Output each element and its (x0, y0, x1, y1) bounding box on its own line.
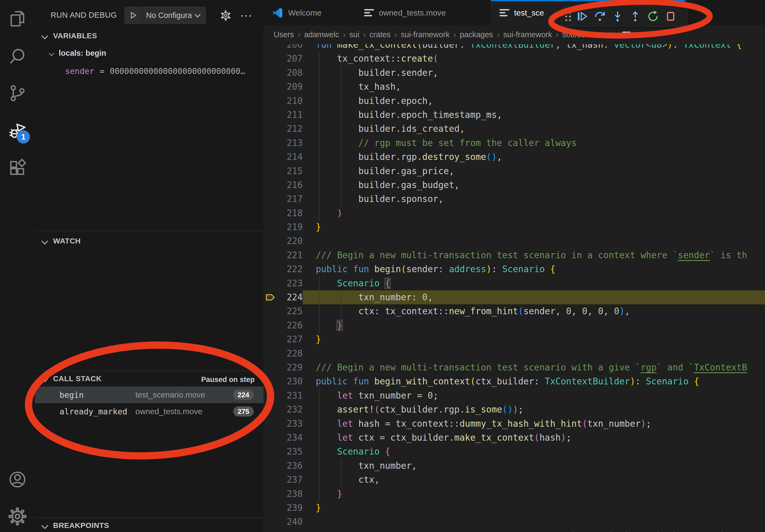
breadcrumb-item[interactable]: packages (460, 30, 493, 39)
line-number[interactable]: 229 (277, 361, 303, 375)
gutter-marker[interactable] (264, 529, 277, 532)
code-line[interactable]: 231 let txn_number = 0; (264, 389, 765, 402)
gutter-marker[interactable] (264, 431, 277, 445)
line-number[interactable]: 207 (277, 52, 303, 66)
gutter-marker[interactable] (264, 487, 277, 501)
watch-section-header[interactable]: WATCH (42, 237, 81, 245)
start-debugging-icon[interactable] (125, 7, 142, 24)
breadcrumb-item[interactable]: Users (274, 30, 294, 39)
line-number[interactable]: 226 (277, 319, 303, 333)
code-line[interactable]: 228 (264, 347, 765, 361)
line-number[interactable]: 222 (277, 262, 303, 276)
line-number[interactable]: 238 (277, 487, 303, 501)
gutter-marker[interactable] (264, 473, 277, 487)
code-line[interactable]: 240 (264, 515, 765, 529)
breadcrumb-item[interactable]: sui (349, 30, 359, 39)
line-number[interactable]: 220 (277, 234, 303, 248)
code-line[interactable]: 236 txn_number, (264, 459, 765, 473)
code-line[interactable]: 209 tx_hash, (264, 80, 765, 94)
continue-button[interactable] (575, 9, 590, 24)
call-stack-frame[interactable]: begin test_scenario.move 224 (35, 387, 264, 403)
code-line[interactable]: 215 builder.gas_price, (264, 164, 765, 178)
more-actions-icon[interactable]: ··· (241, 11, 253, 21)
code-line[interactable]: 213 // rgp must be set from the caller a… (264, 136, 765, 150)
line-number[interactable]: 231 (277, 389, 303, 402)
breadcrumb[interactable]: Users›adamwelc›sui›crates›sui-framework›… (264, 25, 765, 44)
line-number[interactable]: 236 (277, 459, 303, 473)
code-line[interactable]: 235 Scenario { (264, 445, 765, 459)
gutter-marker[interactable] (264, 304, 277, 318)
line-number[interactable]: 225 (277, 304, 303, 318)
gutter-marker[interactable] (264, 389, 277, 402)
gutter-marker[interactable] (264, 122, 277, 136)
gutter-marker[interactable] (264, 445, 277, 459)
line-number[interactable]: 233 (277, 417, 303, 431)
code-line[interactable]: 232 assert!(ctx_builder.rgp.is_some()); (264, 402, 765, 416)
explorer-icon[interactable] (8, 9, 27, 29)
code-line[interactable]: 207 tx_context::create( (264, 52, 765, 66)
line-number[interactable]: 210 (277, 94, 303, 108)
code-line[interactable]: 219} (264, 220, 765, 234)
gutter-marker[interactable] (264, 501, 277, 515)
account-icon[interactable] (8, 470, 27, 489)
gutter-marker[interactable] (264, 347, 277, 361)
line-number[interactable]: 206 (277, 44, 303, 52)
code-line[interactable]: 221/// Begin a new multi-transaction tes… (264, 248, 765, 262)
code-line[interactable]: 230public fun begin_with_context(ctx_bui… (264, 375, 765, 389)
line-number[interactable]: 218 (277, 206, 303, 220)
line-number[interactable]: 214 (277, 150, 303, 164)
line-number[interactable]: 212 (277, 122, 303, 136)
drag-handle-icon[interactable] (564, 10, 572, 23)
line-number[interactable]: 227 (277, 333, 303, 346)
gutter-marker[interactable] (264, 80, 277, 94)
breadcrumb-item[interactable]: sources (562, 30, 590, 39)
gutter-marker[interactable] (264, 515, 277, 529)
current-line-marker[interactable] (264, 290, 277, 304)
breadcrumb-item[interactable]: te (634, 30, 640, 39)
code-line[interactable]: 238 } (264, 487, 765, 501)
line-number[interactable]: 235 (277, 445, 303, 459)
variables-scope-row[interactable]: locals: begin (50, 49, 106, 58)
gutter-marker[interactable] (264, 192, 277, 206)
code-line[interactable]: 216 builder.gas_budget, (264, 178, 765, 192)
breadcrumb-item[interactable]: crates (370, 30, 390, 39)
variables-section-header[interactable]: VARIABLES (42, 32, 97, 40)
gutter-marker[interactable] (264, 276, 277, 290)
source-control-icon[interactable] (8, 83, 27, 103)
code-line[interactable]: 223 Scenario { (264, 276, 765, 290)
breadcrumb-item[interactable]: sui-framework (503, 30, 552, 39)
code-line[interactable]: 239} (264, 501, 765, 515)
line-number[interactable]: 232 (277, 402, 303, 416)
gutter-marker[interactable] (264, 333, 277, 346)
line-number[interactable]: 240 (277, 515, 303, 529)
code-line[interactable]: 211 builder.epoch_timestamp_ms, (264, 108, 765, 122)
gutter-marker[interactable] (264, 375, 277, 389)
line-number[interactable]: 224 (277, 290, 303, 304)
gutter-marker[interactable] (264, 108, 277, 122)
gutter-marker[interactable] (264, 319, 277, 333)
search-icon[interactable] (8, 46, 27, 66)
line-number[interactable]: 230 (277, 375, 303, 389)
code-line[interactable]: 210 builder.epoch, (264, 94, 765, 108)
breakpoints-section-header[interactable]: BREAKPOINTS (42, 521, 109, 530)
line-number[interactable]: 211 (277, 108, 303, 122)
line-number[interactable]: 223 (277, 276, 303, 290)
gutter-marker[interactable] (264, 52, 277, 66)
gutter-marker[interactable] (264, 361, 277, 375)
line-number[interactable]: 228 (277, 347, 303, 361)
gutter-marker[interactable] (264, 417, 277, 431)
code-editor[interactable]: 206fun make_tx_context(builder: TxContex… (264, 44, 765, 532)
stop-button[interactable] (663, 9, 678, 24)
gutter-marker[interactable] (264, 220, 277, 234)
gutter-marker[interactable] (264, 94, 277, 108)
code-line[interactable]: 241/// Creates and shares system objects… (264, 529, 765, 532)
gutter-marker[interactable] (264, 402, 277, 416)
call-stack-section-header[interactable]: CALL STACK (42, 375, 102, 383)
code-line[interactable]: 227} (264, 333, 765, 346)
tab-owned-tests[interactable]: owned_tests.move (356, 0, 491, 25)
breadcrumb-item[interactable]: sui-framework (401, 30, 449, 39)
gutter-marker[interactable] (264, 248, 277, 262)
line-number[interactable]: 221 (277, 248, 303, 262)
gutter-marker[interactable] (264, 459, 277, 473)
line-number[interactable]: 241 (277, 529, 303, 532)
